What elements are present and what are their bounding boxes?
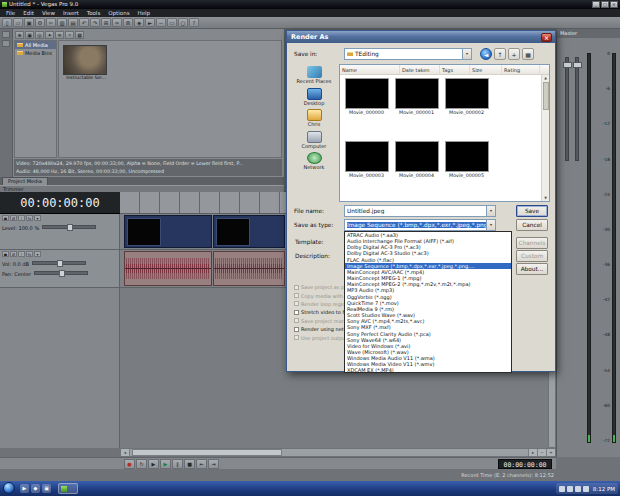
file-item[interactable]: Movie_000004 — [392, 140, 441, 200]
video-track-header[interactable]: ●Ø!fx▾ Level: 100.0 % — [0, 214, 120, 250]
import-media-icon[interactable]: ⊕ — [15, 31, 24, 39]
custom-button[interactable]: Custom — [516, 250, 548, 262]
chevron-down-icon[interactable] — [486, 206, 495, 216]
track-volume-slider[interactable] — [32, 261, 86, 265]
minimize-button[interactable]: _ — [592, 1, 600, 8]
track-list-background[interactable] — [0, 288, 120, 448]
checkbox-icon[interactable] — [294, 327, 299, 332]
track-automation-button[interactable]: ▾ — [34, 215, 41, 221]
scroll-left-icon[interactable]: ◂ — [121, 449, 130, 456]
render-option-checkbox[interactable]: Render using networked computers — [294, 325, 344, 333]
quick-launch-icon-3[interactable]: ▣ — [42, 484, 51, 493]
help-icon[interactable]: ? — [189, 18, 199, 27]
loop-playback-button[interactable]: ↻ — [136, 459, 147, 469]
save-button[interactable]: Save — [516, 205, 548, 217]
sidebar-item-network[interactable]: Network — [292, 152, 336, 171]
render-option-checkbox[interactable]: Render loop region only — [294, 300, 344, 308]
format-option[interactable]: XDCAM EX (*.MP4) — [345, 367, 511, 373]
play-from-start-button[interactable]: ▶ — [148, 459, 159, 469]
back-icon[interactable]: ◄ — [480, 48, 492, 60]
video-event[interactable] — [124, 215, 212, 248]
render-option-checkbox[interactable]: Save project markers in media file — [294, 317, 344, 325]
audio-event[interactable] — [213, 251, 285, 286]
selection-edit-tool-icon[interactable]: ▭ — [167, 18, 177, 27]
transport-time-display[interactable]: 00:00:00:00 — [498, 459, 552, 469]
sidebar-item-computer[interactable]: Computer — [292, 131, 336, 150]
render-option-checkbox[interactable]: Save project as path reference in render… — [294, 283, 344, 291]
file-item[interactable]: Movie_000000 — [342, 77, 391, 139]
undo-icon[interactable]: ↶ — [79, 18, 89, 27]
slider-handle[interactable] — [67, 224, 73, 231]
play-button[interactable]: ▶ — [160, 459, 171, 469]
up-one-level-icon[interactable]: ↑ — [494, 48, 506, 60]
open-project-icon[interactable]: ▱ — [13, 18, 23, 27]
column-header[interactable]: Tags — [440, 65, 470, 74]
zoom-edit-tool-icon[interactable]: ○ — [178, 18, 188, 27]
fader-handle[interactable] — [563, 62, 572, 68]
copy-icon[interactable]: ▥ — [57, 18, 67, 27]
new-folder-icon[interactable]: + — [508, 48, 520, 60]
column-header[interactable]: Name — [340, 65, 400, 74]
taskbar-clock[interactable]: 8:12 PM — [593, 486, 615, 492]
file-list-scrollbar[interactable] — [541, 75, 549, 201]
go-to-start-button[interactable]: ⇤ — [196, 459, 207, 469]
file-item[interactable]: Movie_000001 — [392, 77, 441, 139]
column-header[interactable]: Rating — [502, 65, 540, 74]
start-button[interactable] — [3, 482, 15, 494]
sidebar-item-desktop[interactable]: Desktop — [292, 88, 336, 107]
go-to-end-button[interactable]: ⇥ — [208, 459, 219, 469]
checkbox-icon[interactable] — [294, 285, 299, 290]
sidebar-item-recent-places[interactable]: Recent Places — [292, 66, 336, 85]
dialog-close-button[interactable]: × — [541, 33, 552, 42]
tray-icon[interactable] — [559, 486, 565, 492]
menu-item[interactable]: View — [38, 9, 59, 17]
get-photo-icon[interactable]: ✦ — [45, 31, 54, 39]
quick-launch-icon-2[interactable]: ◆ — [31, 484, 40, 493]
checkbox-icon[interactable] — [294, 310, 299, 315]
audio-track-header[interactable]: ●Ø!fx▾ Vol: 0.0 dB Pan: Center — [0, 250, 120, 288]
menu-item[interactable]: File — [2, 9, 19, 17]
dialog-title-bar[interactable]: Render As × — [287, 31, 555, 43]
menu-item[interactable]: Help — [134, 9, 155, 17]
render-option-checkbox[interactable]: Use project output rotation setting — [294, 333, 344, 341]
channels-button[interactable]: Channels — [516, 237, 548, 249]
maximize-button[interactable]: ▢ — [601, 1, 609, 8]
ignore-event-grouping-icon[interactable]: ◈ — [134, 18, 144, 27]
track-arm-button[interactable]: ● — [2, 215, 9, 221]
paste-icon[interactable]: ▤ — [68, 18, 78, 27]
new-project-icon[interactable]: ▯ — [2, 18, 12, 27]
redo-icon[interactable]: ↷ — [90, 18, 100, 27]
column-header[interactable]: Date taken — [400, 65, 440, 74]
snapping-icon[interactable]: ⊞ — [101, 18, 111, 27]
media-thumbnail[interactable]: Instructable Ser... — [63, 45, 109, 80]
views-icon[interactable]: ▦ — [522, 48, 534, 60]
save-project-icon[interactable]: ▣ — [24, 18, 34, 27]
tray-icon[interactable] — [567, 486, 573, 492]
track-pan-slider[interactable] — [34, 271, 88, 275]
render-option-checkbox[interactable]: Copy media with project — [294, 291, 344, 299]
dock-close-icon[interactable] — [2, 40, 10, 47]
envelope-edit-tool-icon[interactable]: ~ — [156, 18, 166, 27]
tab-project-media[interactable]: Project Media — [2, 177, 48, 185]
tray-icon[interactable] — [575, 486, 581, 492]
audio-track-solo-button[interactable]: ! — [18, 251, 25, 257]
tray-icon[interactable] — [583, 486, 589, 492]
slider-handle[interactable] — [57, 260, 63, 267]
dock-pin-icon[interactable] — [2, 31, 10, 38]
cut-icon[interactable]: ✂ — [46, 18, 56, 27]
audio-track-arm-button[interactable]: ● — [2, 251, 9, 257]
render-option-checkbox[interactable]: Stretch video to fill output frame size … — [294, 308, 344, 316]
timeline-h-scrollbar[interactable]: ◂ ▸ − + — [120, 448, 556, 457]
auto-ripple-icon[interactable]: ≈ — [112, 18, 122, 27]
menu-item[interactable]: Options — [104, 9, 133, 17]
save-in-combo[interactable]: TEditing — [344, 48, 472, 60]
scroll-right-icon[interactable]: ▸ — [528, 449, 537, 456]
lock-envelopes-icon[interactable]: ⊠ — [123, 18, 133, 27]
track-mute-button[interactable]: Ø — [10, 215, 17, 221]
project-properties-icon[interactable]: ⚙ — [35, 18, 45, 27]
track-solo-button[interactable]: ! — [18, 215, 25, 221]
cancel-button[interactable]: Cancel — [516, 219, 548, 231]
slider-handle[interactable] — [59, 270, 65, 277]
media-properties-icon[interactable]: ≡ — [55, 31, 64, 39]
close-button[interactable]: × — [610, 1, 618, 8]
